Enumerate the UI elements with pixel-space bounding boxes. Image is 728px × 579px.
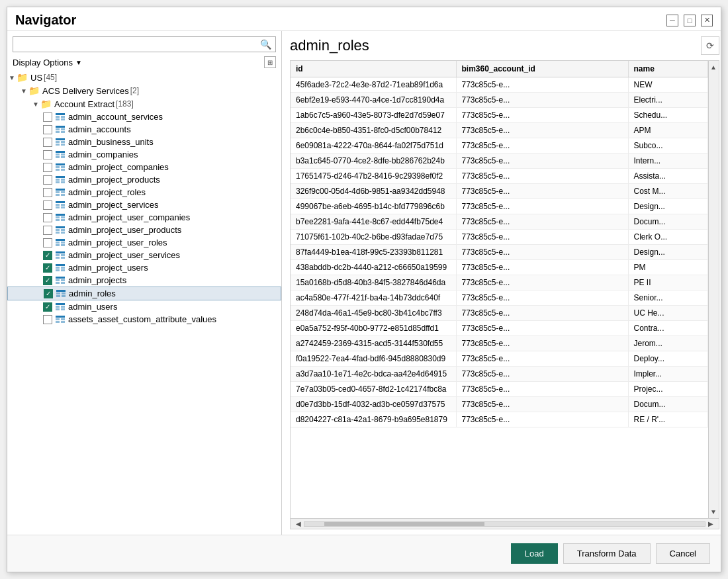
tree-item-checkbox[interactable]: ✓ bbox=[43, 276, 52, 285]
table-row[interactable]: 6ebf2e19-e593-4470-a4ce-1d7cc8190d4a773c… bbox=[291, 93, 707, 108]
transform-data-button[interactable]: Transform Data bbox=[563, 543, 651, 564]
tree-item-checkbox[interactable] bbox=[43, 213, 52, 222]
table-row[interactable]: a3d7aa10-1e71-4e2c-bdca-aa42e4d64915773c… bbox=[291, 367, 707, 382]
search-bar[interactable]: 🔍 bbox=[13, 36, 276, 52]
table-row[interactable]: b3a1c645-0770-4ce2-8dfe-bb286762b24b773c… bbox=[291, 154, 707, 169]
tree-item-us[interactable]: ▼📁US [45] bbox=[7, 71, 281, 84]
vertical-scrollbar[interactable]: ▲ ▼ bbox=[708, 61, 719, 518]
tree-item-label: admin_business_units bbox=[68, 137, 154, 147]
table-row[interactable]: 248d74da-46a1-45e9-bc80-3b41c4bc7ff3773c… bbox=[291, 306, 707, 321]
table-scroll-wrapper[interactable]: id bim360_account_id name 45f6ade3-72c2-… bbox=[291, 61, 708, 518]
cell-id: 326f9c00-05d4-4d6b-9851-aa9342dd5948 bbox=[291, 184, 456, 199]
tree-item-checkbox[interactable] bbox=[43, 226, 52, 235]
tree-item-admin_accounts[interactable]: admin_accounts bbox=[7, 123, 281, 136]
tree-item-checkbox[interactable] bbox=[43, 315, 52, 324]
tree-item-checkbox[interactable]: ✓ bbox=[43, 251, 52, 260]
refresh-icon-button[interactable]: ⟳ bbox=[701, 36, 719, 55]
tree-item-checkbox[interactable] bbox=[43, 188, 52, 197]
folder-icon: 📁 bbox=[17, 72, 28, 83]
tree-item-admin_projects[interactable]: ✓admin_projects bbox=[7, 274, 281, 287]
tree-item-checkbox[interactable] bbox=[43, 238, 52, 247]
tree-item-checkbox[interactable] bbox=[43, 175, 52, 185]
table-row[interactable]: 6e09081a-4222-470a-8644-fa02f75d751d773c… bbox=[291, 138, 707, 154]
table-row[interactable]: a2742459-2369-4315-acd5-3144f530fd55773c… bbox=[291, 336, 707, 351]
table-row[interactable]: 15a0168b-d5d8-40b3-84f5-3827846d46da773c… bbox=[291, 275, 707, 290]
cell-name: Deploy... bbox=[628, 351, 707, 367]
tree-item-checkbox[interactable]: ✓ bbox=[43, 263, 52, 273]
load-button[interactable]: Load bbox=[511, 543, 558, 564]
tree-item-admin_project_user_companies[interactable]: admin_project_user_companies bbox=[7, 211, 281, 224]
table-row[interactable]: 71075f61-102b-40c2-b6be-d93fadae7d75773c… bbox=[291, 230, 707, 245]
select-all-icon[interactable]: ⊞ bbox=[264, 56, 276, 68]
tree-item-admin_project_users[interactable]: ✓admin_project_users bbox=[7, 261, 281, 274]
scroll-left-arrow[interactable]: ◀ bbox=[293, 520, 304, 527]
tree-item-checkbox[interactable] bbox=[43, 125, 52, 134]
svg-rect-51 bbox=[56, 242, 60, 244]
tree-item-checkbox[interactable] bbox=[43, 112, 52, 122]
cancel-button[interactable]: Cancel bbox=[656, 543, 710, 564]
tree-item-checkbox[interactable] bbox=[43, 150, 52, 159]
table-row[interactable]: 17651475-d246-47b2-8416-9c29398ef0f2773c… bbox=[291, 169, 707, 184]
table-row[interactable]: b7ee2281-9afa-441e-8c67-edd44fb75de4773c… bbox=[291, 214, 707, 230]
tree-item-admin_project_products[interactable]: admin_project_products bbox=[7, 173, 281, 186]
tree-item-admin_project_roles[interactable]: admin_project_roles bbox=[7, 186, 281, 199]
table-row[interactable]: f0a19522-7ea4-4fad-bdf6-945d8880830d9773… bbox=[291, 351, 707, 367]
minimize-button[interactable]: ─ bbox=[666, 15, 678, 26]
svg-rect-82 bbox=[61, 318, 65, 320]
table-row[interactable]: 87fa4449-b1ea-418f-99c5-23393b811281773c… bbox=[291, 245, 707, 260]
tree-item-acs[interactable]: ▼📁ACS Delivery Services [2] bbox=[7, 84, 281, 97]
restore-button[interactable]: □ bbox=[684, 15, 696, 26]
tree-item-admin_project_user_products[interactable]: admin_project_user_products bbox=[7, 224, 281, 236]
table-row[interactable]: ac4a580e-477f-421f-ba4a-14b73ddc640f773c… bbox=[291, 290, 707, 306]
tree-item-admin_roles[interactable]: ✓admin_roles bbox=[7, 287, 281, 300]
search-input[interactable] bbox=[17, 40, 260, 50]
cell-name: Jerom... bbox=[628, 336, 707, 351]
tree-item-admin_project_services[interactable]: admin_project_services bbox=[7, 199, 281, 211]
svg-rect-37 bbox=[61, 204, 65, 206]
display-options-button[interactable]: Display Options ▼ bbox=[13, 58, 82, 67]
svg-rect-46 bbox=[56, 229, 60, 231]
tree-item-admin_business_units[interactable]: admin_business_units bbox=[7, 136, 281, 148]
tree-item-admin_account_services[interactable]: admin_account_services bbox=[7, 111, 281, 123]
tree-item-admin_companies[interactable]: admin_companies bbox=[7, 148, 281, 161]
cell-name: Docum... bbox=[628, 397, 707, 412]
table-row[interactable]: 2b6c0c4e-b850-4351-8fc0-d5cf00b78412773c… bbox=[291, 123, 707, 138]
cell-bim360: 773c85c5-e... bbox=[456, 275, 628, 290]
tree-item-checkbox[interactable] bbox=[43, 138, 52, 147]
table-row[interactable]: d0e7d3bb-15df-4032-ad3b-ce0597d37575773c… bbox=[291, 397, 707, 412]
cell-name: UC He... bbox=[628, 306, 707, 321]
table-row[interactable]: 326f9c00-05d4-4d6b-9851-aa9342dd5948773c… bbox=[291, 184, 707, 199]
tree-item-admin_project_user_roles[interactable]: admin_project_user_roles bbox=[7, 236, 281, 249]
tree-item-label: assets_asset_custom_attribute_values bbox=[68, 314, 216, 324]
table-row[interactable]: e0a5a752-f95f-40b0-9772-e851d85dffd1773c… bbox=[291, 321, 707, 336]
table-row[interactable]: 7e7a03b05-ced0-4657-8fd2-1c42174fbc8a773… bbox=[291, 382, 707, 397]
tree-item-checkbox[interactable]: ✓ bbox=[43, 302, 52, 312]
tree-item-admin_project_user_services[interactable]: ✓admin_project_user_services bbox=[7, 249, 281, 261]
scroll-down-arrow[interactable]: ▼ bbox=[710, 506, 717, 518]
table-row[interactable]: 45f6ade3-72c2-4e3e-87d2-71eab89f1d6a773c… bbox=[291, 77, 707, 93]
table-row[interactable]: 499067be-a6eb-4695-b14c-bfd779896c6b773c… bbox=[291, 199, 707, 214]
scroll-thumb[interactable] bbox=[324, 522, 484, 526]
table-row[interactable]: 438abddb-dc2b-4440-a212-c66650a19599773c… bbox=[291, 260, 707, 275]
tree-item-account_extract[interactable]: ▼📁Account Extract [183] bbox=[7, 97, 281, 111]
tree-item-assets_asset_custom_attribute_values[interactable]: assets_asset_custom_attribute_values bbox=[7, 313, 281, 326]
table-icon bbox=[55, 213, 66, 222]
tree-item-admin_project_companies[interactable]: admin_project_companies bbox=[7, 161, 281, 173]
svg-rect-29 bbox=[61, 181, 65, 183]
cell-bim360: 773c85c5-e... bbox=[456, 123, 628, 138]
table-body: 45f6ade3-72c2-4e3e-87d2-71eab89f1d6a773c… bbox=[291, 77, 707, 427]
scroll-up-arrow[interactable]: ▲ bbox=[710, 61, 717, 73]
table-header: id bim360_account_id name bbox=[291, 61, 707, 77]
tree-item-admin_users[interactable]: ✓admin_users bbox=[7, 300, 281, 313]
cell-name: NEW bbox=[628, 77, 707, 93]
scroll-right-arrow[interactable]: ▶ bbox=[705, 520, 716, 527]
tree-item-checkbox[interactable] bbox=[43, 163, 52, 172]
cell-name: Clerk O... bbox=[628, 230, 707, 245]
tree-item-checkbox[interactable] bbox=[43, 200, 52, 210]
table-row[interactable]: d8204227-c81a-42a1-8679-b9a695e81879773c… bbox=[291, 412, 707, 427]
tree-item-label: admin_roles bbox=[69, 289, 116, 298]
horizontal-scrollbar[interactable]: ◀ ▶ bbox=[291, 518, 719, 529]
close-button[interactable]: ✕ bbox=[701, 15, 713, 26]
table-row[interactable]: 1ab6c7c5-a960-43e5-8073-dfe2d7d59e07773c… bbox=[291, 108, 707, 123]
tree-item-checkbox[interactable]: ✓ bbox=[44, 289, 53, 298]
